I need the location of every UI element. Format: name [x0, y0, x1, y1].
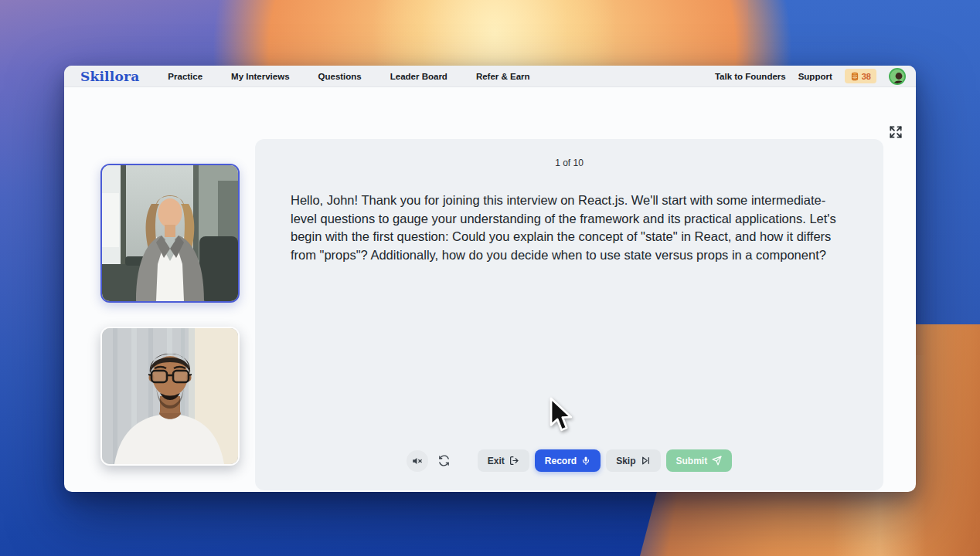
nav-item-refer-earn[interactable]: Refer & Earn: [476, 72, 530, 81]
refresh-button[interactable]: [434, 450, 455, 472]
nav-item-leader-board[interactable]: Leader Board: [390, 72, 447, 81]
skip-forward-icon: [641, 456, 651, 466]
logout-icon: [509, 456, 519, 466]
exit-label: Exit: [488, 456, 505, 466]
microphone-icon: [581, 456, 590, 466]
user-webcam-video: [100, 327, 240, 466]
app-header: Skillora Practice My Interviews Question…: [64, 66, 916, 87]
avatar-portrait: [890, 70, 906, 85]
support-link[interactable]: Support: [798, 72, 832, 81]
skip-label: Skip: [616, 456, 635, 466]
question-panel: 1 of 10 Hello, John! Thank you for joini…: [255, 139, 883, 490]
coin-balance-badge[interactable]: 38: [845, 69, 876, 83]
coin-count: 38: [862, 72, 871, 81]
user-avatar[interactable]: [889, 68, 906, 85]
nav-item-questions[interactable]: Questions: [318, 72, 362, 81]
controls-bar: Exit Record Skip: [255, 449, 883, 472]
question-progress: 1 of 10: [255, 139, 883, 168]
record-label: Record: [545, 456, 577, 466]
refresh-icon: [438, 455, 450, 466]
app-window: Skillora Practice My Interviews Question…: [64, 66, 916, 492]
skillora-logo[interactable]: Skillora: [80, 69, 139, 84]
interviewer-portrait: [102, 165, 238, 301]
talk-to-founders-link[interactable]: Talk to Founders: [715, 72, 786, 81]
question-text: Hello, John! Thank you for joining this …: [291, 192, 846, 264]
fullscreen-expand-button[interactable]: [887, 124, 904, 141]
header-right-cluster: Talk to Founders Support 38: [715, 68, 916, 85]
desktop-wallpaper: Skillora Practice My Interviews Question…: [0, 0, 980, 556]
mute-button[interactable]: [407, 450, 428, 472]
main-nav: Practice My Interviews Questions Leader …: [168, 72, 529, 81]
nav-item-practice[interactable]: Practice: [168, 72, 202, 81]
coins-icon: [850, 72, 859, 81]
exit-button[interactable]: Exit: [478, 449, 529, 472]
send-icon: [712, 456, 722, 466]
user-portrait: [102, 328, 238, 464]
submit-label: Submit: [676, 456, 708, 466]
app-main: 1 of 10 Hello, John! Thank you for joini…: [64, 87, 916, 492]
skip-button[interactable]: Skip: [606, 449, 660, 472]
volume-muted-icon: [412, 456, 423, 466]
interviewer-video: [100, 164, 240, 303]
expand-icon: [888, 124, 903, 140]
nav-item-my-interviews[interactable]: My Interviews: [231, 72, 289, 81]
submit-button[interactable]: Submit: [666, 449, 733, 472]
video-column: [100, 164, 240, 466]
record-button[interactable]: Record: [535, 449, 601, 472]
